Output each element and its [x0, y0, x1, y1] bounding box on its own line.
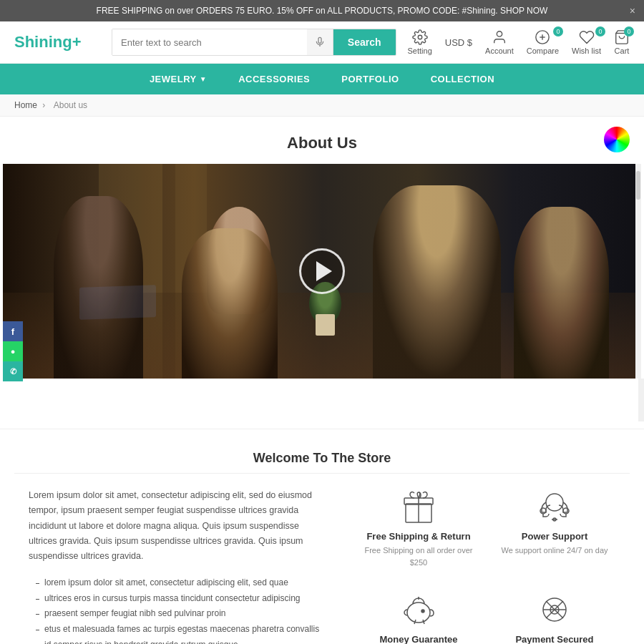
account-icon-item[interactable]: Account	[485, 29, 514, 55]
top-banner: FREE SHIPPING on over ORDERS 75 EURO. 15…	[0, 0, 644, 21]
feature-support: Power Support We support online 24/7 on …	[494, 488, 615, 577]
nav-bar: JEWELRY ▼ ACCESSORIES PORTFOLIO COLLECTI…	[0, 64, 644, 94]
svg-point-13	[563, 508, 569, 514]
phone-icon: ✆	[10, 367, 16, 376]
facebook-icon: f	[11, 326, 14, 337]
list-item: lorem ipsum dolor sit amet, consectetur …	[36, 575, 329, 591]
header: Shining+ Search Setting USD $	[0, 21, 644, 64]
whatsapp-icon: ●	[11, 347, 16, 356]
list-item: praesent semper feugiat nibh sed pulvina…	[36, 606, 329, 622]
svg-point-3	[497, 31, 502, 36]
video-placeholder	[3, 164, 641, 379]
social-sidebar: f ● ✆	[3, 321, 23, 381]
play-button[interactable]	[299, 248, 345, 294]
scrollbar-thumb[interactable]	[636, 171, 640, 200]
svg-point-2	[418, 35, 422, 39]
list-item: id semper risus in hendrerit gravida rut…	[36, 638, 329, 644]
svg-point-15	[407, 602, 430, 623]
whatsapp-button[interactable]: ●	[3, 341, 23, 361]
welcome-paragraph: Lorem ipsum dolor sit amet, consectetur …	[29, 488, 329, 564]
currency-selector[interactable]: USD $	[445, 37, 472, 48]
welcome-title: Welcome To The Store	[14, 451, 630, 474]
svg-point-16	[421, 610, 424, 613]
search-button[interactable]: Search	[333, 29, 396, 55]
features-grid: Free Shipping & Return Free Shipping on …	[358, 488, 615, 644]
welcome-section: Welcome To The Store Lorem ipsum dolor s…	[0, 429, 644, 644]
shipping-desc: Free Shipping on all order over $250	[358, 545, 479, 568]
header-icons: Setting USD $ Account 0 Compare	[408, 29, 630, 55]
feature-payment: Payment Secured All payment secured and …	[494, 591, 615, 644]
nav-jewelry[interactable]: JEWELRY ▼	[134, 64, 223, 94]
headset-icon	[536, 488, 573, 525]
cart-icon-item[interactable]: 0 Cart	[614, 29, 630, 55]
payment-title: Payment Secured	[515, 634, 593, 644]
list-item: ultrices eros in cursus turpis massa tin…	[36, 591, 329, 607]
compare-label: Compare	[527, 47, 559, 55]
wishlist-label: Wish list	[572, 47, 601, 55]
breadcrumb-current: About us	[54, 100, 87, 110]
compare-badge: 0	[553, 26, 563, 36]
shield-icon	[536, 591, 573, 628]
phone-button[interactable]: ✆	[3, 361, 23, 381]
page-title: About Us	[0, 134, 644, 152]
feature-shipping: Free Shipping & Return Free Shipping on …	[358, 488, 479, 577]
cart-badge: 0	[624, 26, 634, 36]
page-title-wrapper: About Us	[0, 117, 644, 164]
svg-point-12	[540, 508, 546, 514]
scrollbar-track	[638, 379, 644, 421]
play-icon	[316, 261, 332, 281]
gift-icon	[400, 488, 437, 525]
facebook-button[interactable]: f	[3, 321, 23, 341]
support-desc: We support online 24/7 on day	[501, 545, 608, 557]
cart-label: Cart	[615, 47, 630, 55]
banner-close[interactable]: ×	[630, 5, 635, 16]
spacer	[0, 379, 644, 421]
search-input[interactable]	[112, 29, 307, 55]
svg-point-11	[546, 494, 563, 511]
account-label: Account	[485, 47, 514, 55]
nav-portfolio[interactable]: PORTFOLIO	[326, 64, 414, 94]
feature-money: Money Guarantee 25 days money back guara…	[358, 591, 479, 644]
setting-icon-item[interactable]: Setting	[408, 29, 432, 55]
shipping-title: Free Shipping & Return	[366, 531, 470, 542]
banner-text: FREE SHIPPING on over ORDERS 75 EURO. 15…	[97, 6, 548, 16]
piggy-icon	[400, 591, 437, 628]
wishlist-icon-item[interactable]: 0 Wish list	[572, 29, 601, 55]
compare-icon-item[interactable]: 0 Compare	[527, 29, 559, 55]
search-bar: Search	[112, 29, 396, 56]
breadcrumb-home[interactable]: Home	[14, 100, 37, 110]
svg-rect-0	[318, 37, 321, 43]
support-title: Power Support	[522, 531, 587, 542]
color-wheel[interactable]	[604, 127, 630, 152]
breadcrumb: Home › About us	[0, 94, 644, 117]
nav-collection[interactable]: COLLECTION	[415, 64, 511, 94]
welcome-layout: Lorem ipsum dolor sit amet, consectetur …	[14, 488, 630, 644]
welcome-text-col: Lorem ipsum dolor sit amet, consectetur …	[29, 488, 329, 644]
logo[interactable]: Shining+	[14, 33, 100, 52]
scrollbar[interactable]	[635, 164, 641, 379]
wishlist-badge: 0	[595, 26, 605, 36]
mic-button[interactable]	[307, 29, 333, 55]
welcome-list: lorem ipsum dolor sit amet, consectetur …	[29, 575, 329, 644]
video-section-wrapper: f ● ✆	[3, 164, 641, 379]
jewelry-dropdown-arrow: ▼	[200, 75, 207, 83]
setting-label: Setting	[408, 47, 432, 55]
money-title: Money Guarantee	[379, 634, 457, 644]
list-item: etus et malesuada fames ac turpis egesta…	[36, 622, 329, 638]
nav-accessories[interactable]: ACCESSORIES	[223, 64, 326, 94]
